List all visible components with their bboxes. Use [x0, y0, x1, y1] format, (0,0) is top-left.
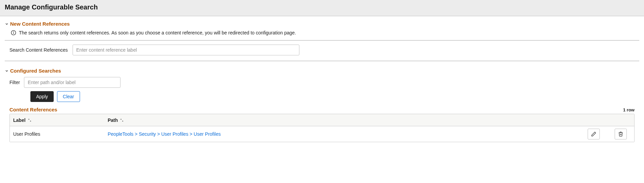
configured-searches-toggle[interactable]: Configured Searches: [5, 68, 639, 74]
edit-button[interactable]: [588, 129, 600, 139]
grid-header: Label Path: [10, 114, 634, 126]
section-heading: New Content References: [10, 21, 70, 27]
table-title-row: Content References 1 row: [5, 105, 639, 114]
new-content-references-toggle[interactable]: New Content References: [5, 21, 639, 27]
content-references-title: Content References: [9, 107, 57, 112]
new-content-references-section: New Content References The search return…: [0, 16, 644, 63]
sort-icon: [28, 118, 32, 122]
filter-button-row: Apply Clear: [5, 91, 639, 105]
sort-icon: [120, 118, 124, 122]
configured-searches-section: Configured Searches Filter Apply Clear C…: [0, 63, 644, 149]
cell-path-link[interactable]: PeopleTools > Security > User Profiles >…: [108, 131, 221, 137]
page-title: Manage Configurable Search: [5, 3, 639, 11]
column-header-path[interactable]: Path: [104, 117, 580, 123]
table-row: User Profiles PeopleTools > Security > U…: [10, 126, 634, 142]
search-content-references-label: Search Content References: [9, 47, 68, 53]
page-header: Manage Configurable Search: [0, 0, 644, 16]
filter-label: Filter: [9, 80, 20, 85]
chevron-down-icon: [5, 22, 9, 26]
search-content-references-input[interactable]: [73, 45, 299, 55]
cell-label: User Profiles: [10, 131, 104, 137]
trash-icon: [618, 131, 623, 137]
svg-point-2: [14, 31, 14, 32]
info-text: The search returns only content referenc…: [19, 30, 296, 35]
filter-row: Filter: [5, 77, 639, 91]
delete-button[interactable]: [615, 129, 627, 139]
info-banner: The search returns only content referenc…: [5, 30, 639, 41]
pencil-icon: [591, 131, 596, 137]
info-icon: [11, 30, 16, 35]
section-heading: Configured Searches: [10, 68, 61, 74]
column-header-path-text: Path: [108, 117, 118, 123]
content-references-grid: Label Path User Profiles PeopleTools > S…: [9, 114, 635, 142]
clear-button[interactable]: Clear: [57, 91, 80, 102]
row-count: 1 row: [623, 107, 635, 112]
apply-button[interactable]: Apply: [30, 91, 54, 102]
column-header-label-text: Label: [13, 117, 26, 123]
filter-input[interactable]: [24, 77, 120, 88]
column-header-label[interactable]: Label: [10, 117, 104, 123]
chevron-down-icon: [5, 69, 9, 73]
search-content-references-row: Search Content References: [5, 41, 639, 61]
